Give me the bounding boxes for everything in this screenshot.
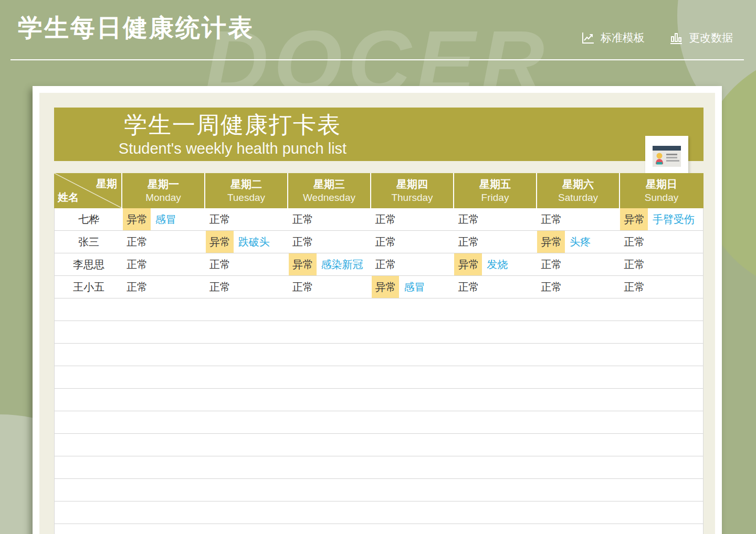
day-label-zh: 星期日: [646, 177, 677, 191]
id-card-icon: [645, 136, 688, 177]
note-cell[interactable]: [399, 208, 454, 230]
change-data-button[interactable]: 更改数据: [669, 30, 733, 45]
day-header-cell-3[interactable]: 星期三Wednesday: [288, 173, 371, 208]
note-cell[interactable]: [317, 231, 372, 253]
day-label-en: Tuesday: [227, 191, 265, 205]
day-header-cell-2[interactable]: 星期二Tuesday: [205, 173, 288, 208]
note-cell[interactable]: [234, 208, 289, 230]
empty-table-row[interactable]: [55, 366, 703, 389]
status-cell[interactable]: 正常: [372, 253, 400, 275]
empty-table-row[interactable]: [55, 411, 703, 434]
status-cell[interactable]: 正常: [206, 253, 234, 275]
status-cell[interactable]: 正常: [454, 231, 482, 253]
note-cell[interactable]: [482, 276, 537, 298]
status-cell[interactable]: 正常: [289, 276, 317, 298]
status-cell[interactable]: 异常: [372, 276, 400, 298]
status-cell[interactable]: 正常: [454, 276, 482, 298]
note-cell[interactable]: [399, 231, 454, 253]
corner-header-cell[interactable]: 星期 姓名: [54, 173, 122, 208]
status-cell[interactable]: 异常: [620, 208, 648, 230]
status-cell[interactable]: 异常: [454, 253, 482, 275]
table-header-row: 星期 姓名 星期一Monday星期二Tuesday星期三Wednesday星期四…: [54, 173, 704, 208]
empty-table-row[interactable]: [55, 389, 703, 411]
note-cell[interactable]: 发烧: [482, 253, 537, 275]
status-cell[interactable]: 正常: [537, 253, 565, 275]
empty-table-row[interactable]: [55, 344, 703, 366]
status-cell[interactable]: 正常: [206, 276, 234, 298]
corner-label-name: 姓名: [58, 190, 79, 205]
empty-table-row[interactable]: [55, 434, 703, 456]
note-cell[interactable]: [399, 253, 454, 275]
status-cell[interactable]: 正常: [123, 253, 151, 275]
status-cell[interactable]: 正常: [620, 231, 648, 253]
line-chart-icon: [581, 30, 595, 45]
toolbar: 标准模板 更改数据: [581, 30, 733, 45]
corner-label-week: 星期: [96, 177, 117, 191]
note-cell[interactable]: [565, 253, 620, 275]
note-cell[interactable]: [482, 208, 537, 230]
note-cell[interactable]: [648, 231, 703, 253]
status-cell[interactable]: 异常: [123, 208, 151, 230]
sheet-banner-text: 学生一周健康打卡表 Student's weekly health punch …: [54, 111, 411, 158]
status-cell[interactable]: 正常: [537, 208, 565, 230]
note-cell[interactable]: [234, 253, 289, 275]
status-cell[interactable]: 正常: [372, 208, 400, 230]
status-cell[interactable]: 正常: [454, 208, 482, 230]
student-name-cell[interactable]: 张三: [55, 231, 123, 253]
empty-table-row[interactable]: [55, 501, 703, 524]
note-cell[interactable]: [151, 231, 206, 253]
status-cell[interactable]: 正常: [620, 276, 648, 298]
sheet-card: 学生一周健康打卡表 Student's weekly health punch …: [33, 86, 722, 534]
student-name-cell[interactable]: 七桦: [55, 208, 123, 230]
day-header-cell-6[interactable]: 星期六Saturday: [537, 173, 620, 208]
note-cell[interactable]: [565, 276, 620, 298]
status-cell[interactable]: 正常: [620, 253, 648, 275]
note-cell[interactable]: [482, 231, 537, 253]
empty-table-row[interactable]: [55, 479, 703, 501]
day-label-zh: 星期五: [479, 177, 511, 191]
status-cell[interactable]: 正常: [123, 276, 151, 298]
day-header-cell-4[interactable]: 星期四Thursday: [371, 173, 454, 208]
note-cell[interactable]: [565, 208, 620, 230]
status-cell[interactable]: 正常: [289, 208, 317, 230]
status-cell[interactable]: 正常: [289, 231, 317, 253]
status-cell[interactable]: 正常: [206, 208, 234, 230]
standard-template-button[interactable]: 标准模板: [581, 30, 645, 45]
day-label-en: Thursday: [391, 191, 433, 205]
note-cell[interactable]: [234, 276, 289, 298]
student-name-cell[interactable]: 王小五: [55, 276, 123, 298]
status-cell[interactable]: 正常: [123, 231, 151, 253]
note-cell[interactable]: 感冒: [151, 208, 206, 230]
status-cell[interactable]: 异常: [289, 253, 317, 275]
note-cell[interactable]: 感冒: [399, 276, 454, 298]
empty-table-row[interactable]: [55, 321, 703, 344]
note-cell[interactable]: [151, 253, 206, 275]
status-cell[interactable]: 异常: [206, 231, 234, 253]
day-label-zh: 星期四: [396, 177, 428, 191]
day-label-en: Sunday: [645, 191, 678, 205]
status-cell[interactable]: 正常: [537, 276, 565, 298]
note-cell[interactable]: 手臂受伤: [648, 208, 703, 230]
sheet-banner: 学生一周健康打卡表 Student's weekly health punch …: [54, 108, 704, 161]
day-header-cell-7[interactable]: 星期日Sunday: [620, 173, 703, 208]
day-label-en: Monday: [145, 191, 181, 205]
note-cell[interactable]: [317, 276, 372, 298]
day-header-cell-1[interactable]: 星期一Monday: [122, 173, 205, 208]
status-cell[interactable]: 正常: [372, 231, 400, 253]
note-cell[interactable]: 感染新冠: [317, 253, 372, 275]
status-cell[interactable]: 异常: [537, 231, 565, 253]
note-cell[interactable]: [151, 276, 206, 298]
day-label-zh: 星期一: [148, 177, 179, 191]
note-cell[interactable]: 头疼: [565, 231, 620, 253]
empty-table-row[interactable]: [55, 524, 703, 534]
student-name-cell[interactable]: 李思思: [55, 253, 123, 275]
empty-table-row[interactable]: [55, 298, 703, 321]
empty-table-row[interactable]: [55, 456, 703, 479]
day-header-cell-5[interactable]: 星期五Friday: [454, 173, 537, 208]
tool-button-label: 标准模板: [601, 30, 645, 45]
note-cell[interactable]: [648, 253, 703, 275]
note-cell[interactable]: [317, 208, 372, 230]
table-row: 张三正常异常跌破头正常正常正常异常头疼正常: [55, 231, 703, 253]
note-cell[interactable]: 跌破头: [234, 231, 289, 253]
note-cell[interactable]: [648, 276, 703, 298]
